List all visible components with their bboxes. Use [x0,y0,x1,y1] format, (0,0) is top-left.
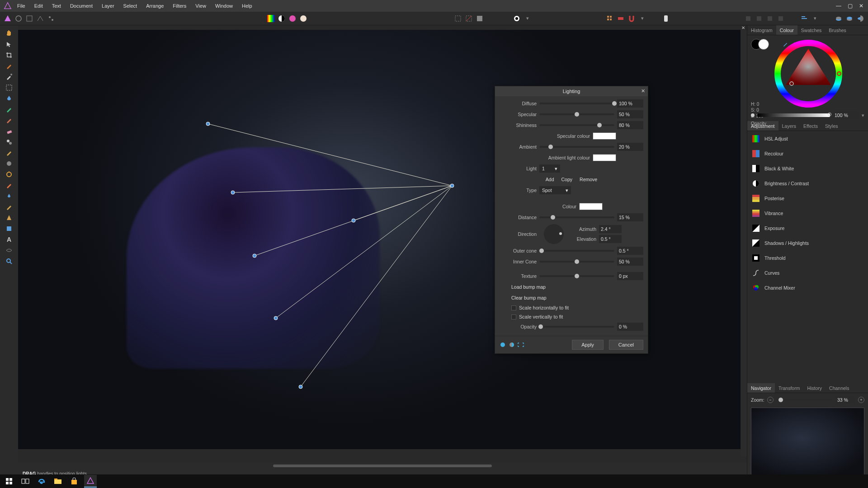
specular-colour-swatch[interactable] [593,132,616,140]
scale-v-checkbox[interactable] [511,314,516,319]
marquee-tool-icon[interactable] [4,83,14,92]
remove-button[interactable]: Remove [580,177,597,182]
shininess-slider[interactable] [539,124,614,126]
tab-effects[interactable]: Effects [800,121,821,131]
adj-bw[interactable]: Black & White [747,161,868,176]
arrange-1-icon[interactable] [744,14,752,23]
crop-tool-icon[interactable] [4,51,14,60]
selection-marquee-icon[interactable] [454,14,462,23]
diffuse-slider[interactable] [539,103,614,104]
pencil-tool-icon[interactable] [4,116,14,125]
adj-recolour[interactable]: Recolour [747,146,868,161]
swatch-soft-icon[interactable] [299,14,307,23]
paint-brush-icon[interactable] [4,105,14,114]
vertical-scrollbar[interactable] [741,30,747,456]
preview-single-icon[interactable] [500,342,506,348]
assistant-icon[interactable] [662,14,670,23]
minimize-icon[interactable]: — [836,3,841,9]
persona-export-icon[interactable] [47,14,55,23]
move-tool-icon[interactable] [4,40,14,49]
distance-slider[interactable] [539,216,614,218]
navigator-thumbnail[interactable] [751,408,864,475]
blur-tool-icon[interactable] [4,159,14,168]
dropdown-icon-3[interactable]: ▾ [811,14,819,23]
direction-wheel[interactable] [544,224,564,244]
tab-colour[interactable]: Colour [776,25,797,35]
copy-button[interactable]: Copy [561,177,573,182]
explorer-icon[interactable] [52,475,64,488]
inner-cone-slider[interactable] [539,261,614,263]
task-view-icon[interactable] [19,475,32,488]
tab-history[interactable]: History [803,383,826,393]
retouch-tool-icon[interactable] [4,181,14,190]
start-icon[interactable] [3,475,15,488]
menu-edit[interactable]: Edit [34,3,43,9]
menu-help[interactable]: Help [242,3,252,9]
tab-layers[interactable]: Layers [778,121,800,131]
affinity-task-icon[interactable] [84,475,97,488]
menu-filters[interactable]: Filters [173,3,186,9]
opacity-value[interactable]: 100 % [833,111,859,119]
texture-value[interactable]: 0 px [617,272,643,280]
tab-styles[interactable]: Styles [821,121,842,131]
heal-tool-icon[interactable] [4,148,14,157]
inner-cone-value[interactable]: 50 % [617,258,643,266]
zoom-tool-icon[interactable] [4,257,14,266]
dropdown-icon-2[interactable]: ▾ [638,14,646,23]
swatch-rainbow-icon[interactable] [267,14,275,23]
adj-curves[interactable]: Curves [747,265,868,280]
tab-swatches[interactable]: Swatches [797,25,826,35]
light-colour-swatch[interactable] [579,203,603,210]
adj-hsl[interactable]: HSL Adjust [747,131,868,146]
mask-icon[interactable] [513,14,521,23]
preview-mirror-icon[interactable] [518,342,524,348]
tab-histogram[interactable]: Histogram [747,25,776,35]
menu-document[interactable]: Document [70,3,93,9]
magnet-icon[interactable] [627,14,636,23]
shininess-value[interactable]: 80 % [617,121,643,129]
maximize-icon[interactable]: ▢ [848,3,853,9]
horizontal-scrollbar[interactable] [18,463,747,469]
tab-channels[interactable]: Channels [826,383,853,393]
zoom-value[interactable]: 33 % [835,396,855,404]
dodge-tool-icon[interactable] [4,170,14,179]
adj-exposure[interactable]: Exposure [747,221,868,235]
type-select[interactable]: Spot▾ [539,186,571,194]
layer-dup-icon[interactable] [845,14,854,23]
tab-navigator[interactable]: Navigator [747,383,775,393]
diffuse-value[interactable]: 100 % [617,99,643,108]
edge-icon[interactable] [35,475,48,488]
brush-tool-icon[interactable] [4,61,14,70]
dialog-titlebar[interactable]: Lighting ✕ [495,86,648,96]
text-tool-icon[interactable]: A [4,235,14,244]
persona-liquify-icon[interactable] [14,14,23,23]
dialog-close-icon[interactable]: ✕ [641,88,645,94]
dlg-opacity-slider[interactable] [539,326,614,328]
persona-photo-icon[interactable] [4,14,12,23]
apply-button[interactable]: Apply [572,340,604,350]
hand-tool-icon[interactable] [4,29,14,38]
mesh-tool-icon[interactable] [4,246,14,255]
azimuth-value[interactable]: 2.4 ° [599,225,622,233]
smudge-tool-icon[interactable] [4,192,14,201]
document-close-icon[interactable]: ✕ [741,25,745,30]
hue-wheel[interactable] [774,40,842,108]
layer-group-icon[interactable] [856,14,864,23]
pen-tool-icon[interactable] [4,202,14,211]
adj-vibrance[interactable]: Vibrance [747,206,868,221]
adj-threshold[interactable]: Threshold [747,250,868,265]
vector-tool-icon[interactable] [4,213,14,222]
dropdown-icon[interactable]: ▾ [862,113,864,118]
outer-cone-value[interactable]: 0.5 ° [617,247,643,255]
adj-shadows[interactable]: Shadows / Highlights [747,235,868,250]
shape-tool-icon[interactable] [4,224,14,233]
dlg-opacity-value[interactable]: 0 % [617,323,643,331]
load-bump-button[interactable]: Load bump map [511,284,546,290]
zoom-slider[interactable] [776,399,833,401]
menu-select[interactable]: Select [123,3,137,9]
opacity-slider[interactable] [757,113,830,117]
layer-add-icon[interactable] [835,14,843,23]
specular-value[interactable]: 50 % [617,110,643,118]
specular-slider[interactable] [539,113,614,115]
texture-slider[interactable] [539,275,614,277]
